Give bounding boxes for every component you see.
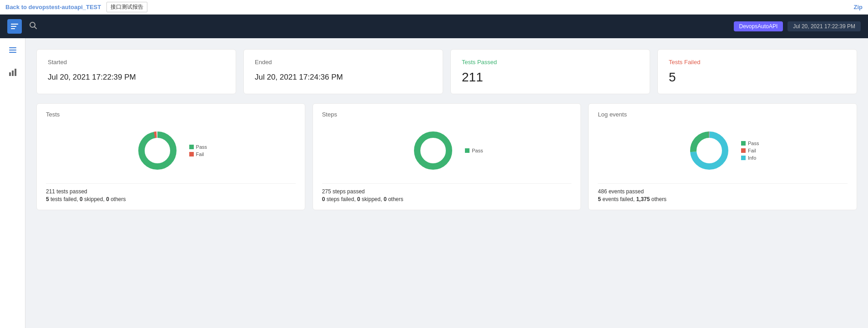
- chart-steps-footer: 275 steps passed 0 steps failed, 0 skipp…: [322, 183, 572, 202]
- legend-pass: Pass: [189, 144, 207, 150]
- stat-card-tests-passed: Tests Passed 211: [450, 49, 650, 94]
- pass-dot-log: [741, 141, 746, 146]
- stat-card-ended: Ended Jul 20, 2021 17:24:36 PM: [243, 49, 443, 94]
- svg-rect-7: [15, 69, 16, 76]
- datetime-badge: Jul 20, 2021 17:22:39 PM: [787, 21, 861, 31]
- tests-donut: [135, 128, 180, 173]
- svg-point-10: [417, 135, 449, 167]
- legend-fail-label: Fail: [196, 151, 204, 157]
- steps-summary-line1: 275 steps passed: [322, 188, 572, 195]
- chart-log-events-title: Log events: [598, 111, 848, 118]
- legend-pass-steps: Pass: [465, 148, 483, 153]
- zip-link[interactable]: Zip: [854, 4, 863, 10]
- logo-icon: [7, 19, 22, 34]
- chart-tests: Tests Pass: [36, 103, 305, 210]
- stat-value-tests-failed: 5: [669, 70, 846, 85]
- chart-tests-area: Pass Fail: [46, 123, 296, 178]
- chart-steps-area: Pass: [322, 123, 572, 178]
- pass-dot: [189, 145, 194, 149]
- chart-steps-title: Steps: [322, 111, 572, 118]
- fail-dot: [189, 152, 194, 156]
- fail-dot-log: [741, 148, 746, 153]
- stats-row: Started Jul 20, 2021 17:22:39 PM Ended J…: [36, 49, 857, 94]
- chart-log-events: Log events: [588, 103, 857, 210]
- stat-value-started: Jul 20, 2021 17:22:39 PM: [48, 70, 225, 82]
- content: Started Jul 20, 2021 17:22:39 PM Ended J…: [25, 38, 868, 328]
- tests-summary-line1: 211 tests passed: [46, 188, 296, 195]
- steps-legend: Pass: [465, 148, 483, 153]
- legend-pass-steps-label: Pass: [472, 148, 483, 153]
- chart-tests-title: Tests: [46, 111, 296, 118]
- stat-card-started: Started Jul 20, 2021 17:22:39 PM: [36, 49, 236, 94]
- stat-label-ended: Ended: [255, 59, 432, 66]
- steps-donut: [410, 128, 456, 173]
- back-link[interactable]: Back to devopstest-autoapi_TEST: [5, 4, 101, 10]
- main: Started Jul 20, 2021 17:22:39 PM Ended J…: [0, 38, 868, 328]
- chart-log-events-area: Pass Fail Info: [598, 123, 848, 178]
- log-events-donut: [686, 128, 732, 173]
- steps-summary-line2: 0 steps failed, 0 skipped, 0 others: [322, 196, 572, 202]
- devops-badge[interactable]: DevopsAutoAPI: [734, 21, 783, 31]
- log-events-summary-line1: 486 events passed: [598, 188, 848, 195]
- legend-pass-log: Pass: [741, 141, 759, 146]
- sidebar-list-icon[interactable]: [8, 45, 17, 57]
- report-button[interactable]: 接口测试报告: [106, 2, 147, 12]
- header-right: DevopsAutoAPI Jul 20, 2021 17:22:39 PM: [734, 21, 861, 31]
- log-events-legend: Pass Fail Info: [741, 141, 759, 161]
- header: DevopsAutoAPI Jul 20, 2021 17:22:39 PM: [0, 15, 868, 38]
- svg-rect-6: [12, 71, 14, 76]
- stat-label-tests-passed: Tests Passed: [462, 59, 639, 66]
- info-dot-log: [741, 156, 746, 160]
- svg-line-1: [35, 26, 37, 29]
- legend-pass-log-label: Pass: [748, 141, 759, 146]
- pass-dot-steps: [465, 148, 469, 153]
- legend-info-log: Info: [741, 155, 759, 161]
- charts-row: Tests Pass: [36, 103, 857, 210]
- stat-value-tests-passed: 211: [462, 70, 639, 85]
- sidebar-chart-icon[interactable]: [8, 68, 17, 79]
- tests-legend: Pass Fail: [189, 144, 207, 157]
- legend-fail: Fail: [189, 151, 207, 157]
- legend-info-log-label: Info: [748, 155, 756, 161]
- svg-point-8: [141, 135, 173, 167]
- legend-fail-log-label: Fail: [748, 148, 756, 153]
- sidebar: [0, 38, 25, 328]
- top-bar: Back to devopstest-autoapi_TEST 接口测试报告 Z…: [0, 0, 868, 15]
- legend-fail-log: Fail: [741, 148, 759, 153]
- tests-summary-line2: 5 tests failed, 0 skipped, 0 others: [46, 196, 296, 202]
- stat-label-tests-failed: Tests Failed: [669, 59, 846, 66]
- legend-pass-label: Pass: [196, 144, 207, 150]
- chart-steps: Steps Pass 275 steps pa: [313, 103, 581, 210]
- stat-card-tests-failed: Tests Failed 5: [657, 49, 857, 94]
- stat-label-started: Started: [48, 59, 225, 66]
- svg-rect-5: [9, 72, 11, 76]
- search-button[interactable]: [29, 21, 37, 32]
- log-events-summary-line2: 5 events failed, 1,375 others: [598, 196, 848, 202]
- stat-value-ended: Jul 20, 2021 17:24:36 PM: [255, 70, 432, 82]
- chart-log-events-footer: 486 events passed 5 events failed, 1,375…: [598, 183, 848, 202]
- chart-tests-footer: 211 tests passed 5 tests failed, 0 skipp…: [46, 183, 296, 202]
